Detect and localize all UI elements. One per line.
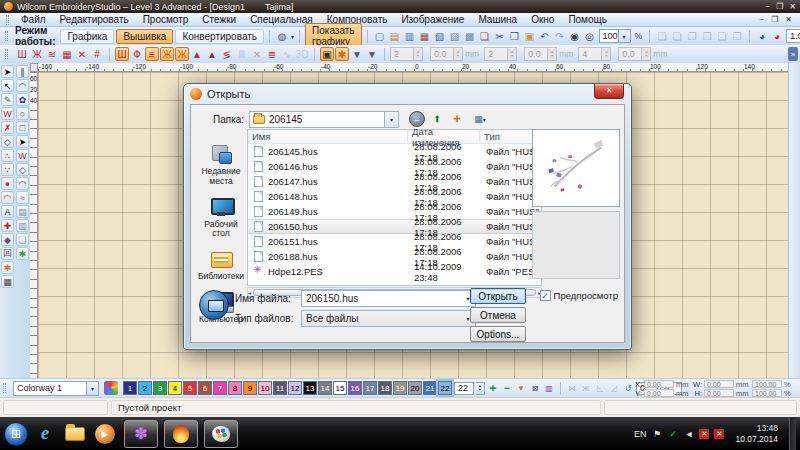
child-close-icon[interactable]: ✕ xyxy=(785,15,792,24)
tool-button[interactable]: W xyxy=(16,149,29,162)
tool-button[interactable]: ◠ xyxy=(16,79,29,92)
palette-edit-icon[interactable]: ▥ xyxy=(543,382,555,394)
color-swatch[interactable]: 22 xyxy=(438,381,452,395)
stitch-effect-icon[interactable]: ≣ xyxy=(265,47,279,61)
file-row[interactable]: 206149.hus 28.08.2006 17:18 Файл "HUS" xyxy=(248,204,541,219)
stitch-dot-icon[interactable]: ◕ xyxy=(755,29,769,43)
file-row[interactable]: 206188.hus 28.08.2006 17:18 Файл "HUS" xyxy=(248,249,541,264)
color-swatch[interactable]: 6 xyxy=(198,381,212,395)
place-item[interactable]: Библиотеки xyxy=(195,248,247,282)
tool-button[interactable]: ▥ xyxy=(16,219,29,232)
mirror-icon[interactable]: Ж xyxy=(580,382,592,394)
stitch-parameter-field[interactable]: 0.0 ▴▾ mm xyxy=(618,47,669,61)
vertical-scrollbar[interactable] xyxy=(788,63,800,378)
color-swatch[interactable]: 16 xyxy=(348,381,362,395)
toolbar-icon[interactable]: ▤ xyxy=(388,29,402,43)
view-toggle-icon[interactable]: ✱ xyxy=(335,47,349,61)
color-swatch[interactable]: 10 xyxy=(258,381,272,395)
start-button[interactable]: ⊞ xyxy=(4,422,28,446)
stitch-effect-icon[interactable]: ▲ xyxy=(190,47,204,61)
stitch-effect-icon[interactable]: Ф xyxy=(130,47,144,61)
stitch-effect-icon[interactable]: 3D xyxy=(295,47,309,61)
mirror-icon[interactable]: ◿ xyxy=(608,382,620,394)
child-restore-icon[interactable]: ❐ xyxy=(771,15,778,24)
tool-button[interactable]: ➤ xyxy=(1,65,14,78)
palette-edit-icon[interactable]: ▼ xyxy=(515,382,527,394)
file-row[interactable]: 206147.hus 28.08.2006 17:18 Файл "HUS" xyxy=(248,174,541,189)
color-swatch[interactable]: 9 xyxy=(243,381,257,395)
folder-combo[interactable]: 206145 ▾ xyxy=(249,111,399,128)
toolbar-icon[interactable]: ❏ xyxy=(670,29,684,43)
color-swatch[interactable]: 7 xyxy=(213,381,227,395)
stitch-effect-icon[interactable]: ≶ xyxy=(220,47,234,61)
x-field[interactable]: 0.00 xyxy=(644,380,674,388)
menu-item[interactable]: Файл xyxy=(14,14,53,25)
stitch-type-icon[interactable]: Ш xyxy=(15,47,29,61)
palette-edit-icon[interactable]: ━ xyxy=(501,382,513,394)
minimize-icon[interactable]: − xyxy=(765,2,770,11)
stitch-parameter-field[interactable]: 4 ▴▾ xyxy=(578,47,615,61)
restore-icon[interactable]: ❐ xyxy=(776,2,783,11)
stitch-type-icon[interactable]: ≋ xyxy=(45,47,59,61)
color-swatch[interactable]: 11 xyxy=(273,381,287,395)
volume-icon[interactable]: ◄ xyxy=(683,429,694,439)
menu-item[interactable]: Помощь xyxy=(561,14,614,25)
cancel-button[interactable]: Отмена xyxy=(470,307,526,323)
color-swatch[interactable]: 15 xyxy=(333,381,347,395)
menu-item[interactable]: Машина xyxy=(471,14,524,25)
stitch-effect-icon[interactable]: Ⅲ xyxy=(235,47,249,61)
view-toggle-icon[interactable]: ▼ xyxy=(350,47,364,61)
tool-button[interactable]: 回 xyxy=(1,247,14,260)
toolbar-icon[interactable]: ▣ xyxy=(523,29,537,43)
color-swatch[interactable]: 3 xyxy=(153,381,167,395)
security-icon[interactable]: ✓ xyxy=(667,429,678,439)
toolbar-icon[interactable]: ▥ xyxy=(403,29,417,43)
scale-h-field[interactable]: 100.00 xyxy=(752,389,782,397)
menu-item[interactable]: Окно xyxy=(524,14,561,25)
internet-explorer-icon[interactable]: e xyxy=(32,421,58,447)
toolbar-icon[interactable]: ▢ xyxy=(373,29,387,43)
stitch-type-icon[interactable]: ✕ xyxy=(75,47,89,61)
taskbar-app-paint[interactable] xyxy=(204,420,238,448)
file-explorer-icon[interactable] xyxy=(62,421,88,447)
menu-item[interactable]: Редактировать xyxy=(53,14,136,25)
tool-button[interactable]: ◇ xyxy=(16,163,29,176)
toolbar-icon[interactable]: ◎ xyxy=(583,29,597,43)
view-toggle-icon[interactable]: ▣ xyxy=(320,47,334,61)
w-field[interactable]: 0.00 xyxy=(704,380,734,388)
show-desktop-button[interactable] xyxy=(789,417,796,450)
place-item[interactable]: Рабочий стол xyxy=(195,196,247,240)
preview-checkbox[interactable]: ✓ xyxy=(540,290,551,301)
stitch-effect-icon[interactable]: ✕ xyxy=(250,47,264,61)
tool-button[interactable]: ∥ xyxy=(16,65,29,78)
tool-button[interactable]: ✗ xyxy=(1,121,14,134)
toolbar-icon[interactable]: ❏ xyxy=(655,29,669,43)
toolbar-icon[interactable]: ❐ xyxy=(508,29,522,43)
color-swatch[interactable]: 13 xyxy=(303,381,317,395)
tool-button[interactable]: ✚ xyxy=(1,219,14,232)
tool-button[interactable]: ◠ xyxy=(16,177,29,190)
colorway-edit-icon[interactable] xyxy=(104,381,118,395)
stitch-type-icon[interactable]: ▦ xyxy=(60,47,74,61)
toolbar-icon[interactable]: ▦ xyxy=(418,29,432,43)
file-row[interactable]: Hdpe12.PES 14.10.2009 23:48 Файл "PES" xyxy=(248,264,541,279)
action-center-icon[interactable]: ⚑ xyxy=(651,429,662,439)
media-player-icon[interactable]: ▶ xyxy=(92,421,118,447)
toolbar-icon[interactable]: ❐ xyxy=(730,29,744,43)
stitch-effect-icon[interactable]: ∿ xyxy=(280,47,294,61)
dialog-close-button[interactable]: ✕ xyxy=(594,84,624,99)
toolbar-icon[interactable]: ◉ xyxy=(568,29,582,43)
toolbar-icon[interactable]: ▨ xyxy=(448,29,462,43)
child-minimize-icon[interactable]: − xyxy=(759,15,764,24)
file-row[interactable]: 206148.hus 28.08.2006 17:18 Файл "HUS" xyxy=(248,189,541,204)
tool-button[interactable]: ↖ xyxy=(1,79,14,92)
tool-button[interactable]: ❏ xyxy=(16,233,29,246)
open-button[interactable]: Открыть xyxy=(470,288,526,304)
tool-button[interactable]: ✎ xyxy=(1,93,14,106)
zoom-combo[interactable]: 100 ▾ xyxy=(599,29,631,43)
color-count-field[interactable]: 22 xyxy=(454,382,474,395)
taskbar-app-embroidery[interactable]: ✽ xyxy=(124,420,158,448)
tool-button[interactable]: A xyxy=(1,205,14,218)
color-swatch[interactable]: 5 xyxy=(183,381,197,395)
colorway-combo[interactable]: Colorway 1 ▾ xyxy=(13,381,99,396)
